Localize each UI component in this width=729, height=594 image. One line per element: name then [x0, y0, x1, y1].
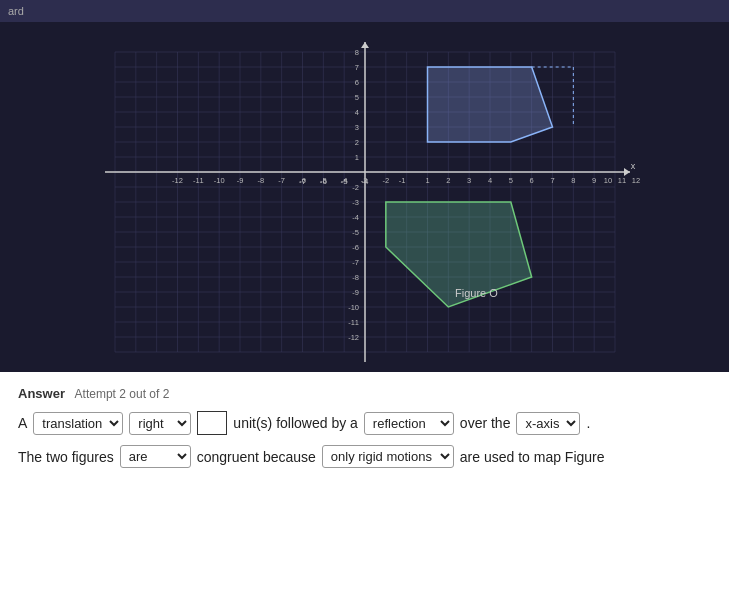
svg-text:8: 8	[571, 176, 575, 185]
top-bar-label: ard	[8, 5, 24, 17]
axis-select[interactable]: x-axis y-axis	[516, 412, 580, 435]
svg-text:4: 4	[354, 108, 358, 117]
svg-text:3: 3	[467, 176, 471, 185]
attempt-label: Attempt 2 out of 2	[75, 387, 170, 401]
main-container: ard	[0, 0, 729, 594]
svg-text:11: 11	[617, 176, 625, 185]
svg-text:-4: -4	[352, 213, 359, 222]
svg-text:-8: -8	[352, 273, 359, 282]
map-suffix-label: are used to map Figure	[460, 449, 605, 465]
svg-text:-8: -8	[257, 176, 264, 185]
svg-text:-5: -5	[352, 228, 359, 237]
svg-text:12: 12	[631, 176, 639, 185]
svg-text:-12: -12	[172, 176, 183, 185]
svg-text:-2: -2	[382, 176, 389, 185]
svg-text:-12: -12	[348, 333, 359, 342]
svg-text:7: 7	[354, 63, 358, 72]
congruence-select[interactable]: are are not	[120, 445, 191, 468]
second-line-prefix: The two figures	[18, 449, 114, 465]
answer-row-1: A translation rotation reflection dilati…	[18, 411, 711, 435]
transform2-select[interactable]: reflection translation rotation dilation	[364, 412, 454, 435]
period-label: .	[586, 415, 590, 431]
svg-text:-9: -9	[352, 288, 359, 297]
svg-text:-3: -3	[360, 176, 367, 185]
svg-text:-11: -11	[348, 318, 359, 327]
svg-text:-4: -4	[340, 176, 347, 185]
graph-area: -7 -6 -5 -4 -12 -11 -10 -9 -8 -7 -6	[0, 22, 729, 372]
coordinate-graph: -7 -6 -5 -4 -12 -11 -10 -9 -8 -7 -6	[75, 32, 655, 372]
prefix-a: A	[18, 415, 27, 431]
svg-text:8: 8	[354, 48, 358, 57]
svg-text:5: 5	[508, 176, 512, 185]
svg-text:-6: -6	[299, 176, 306, 185]
followed-by-label: unit(s) followed by a	[233, 415, 358, 431]
figure-o-label: Figure O	[455, 287, 498, 299]
motion-select[interactable]: only rigid motions non-rigid motions dil…	[322, 445, 454, 468]
svg-text:9: 9	[592, 176, 596, 185]
svg-text:-3: -3	[352, 198, 359, 207]
answer-section: Answer Attempt 2 out of 2 A translation …	[0, 372, 729, 594]
svg-text:3: 3	[354, 123, 358, 132]
svg-text:5: 5	[354, 93, 358, 102]
svg-text:10: 10	[603, 176, 611, 185]
transform1-select[interactable]: translation rotation reflection dilation	[33, 412, 123, 435]
svg-text:-2: -2	[352, 183, 359, 192]
graph-container: -7 -6 -5 -4 -12 -11 -10 -9 -8 -7 -6	[75, 32, 655, 372]
svg-text:-7: -7	[278, 176, 285, 185]
congruent-because-label: congruent because	[197, 449, 316, 465]
svg-text:-7: -7	[352, 258, 359, 267]
svg-text:-1: -1	[398, 176, 405, 185]
top-bar: ard	[0, 0, 729, 22]
svg-text:2: 2	[446, 176, 450, 185]
svg-text:x: x	[630, 161, 635, 171]
answer-row-2: The two figures are are not congruent be…	[18, 445, 711, 468]
over-the-label: over the	[460, 415, 511, 431]
svg-text:-11: -11	[192, 176, 203, 185]
answer-title: Answer	[18, 386, 65, 401]
svg-text:4: 4	[487, 176, 491, 185]
answer-label-row: Answer Attempt 2 out of 2	[18, 386, 711, 401]
svg-text:-6: -6	[352, 243, 359, 252]
svg-text:-5: -5	[319, 176, 326, 185]
upper-figure-polygon	[427, 67, 552, 142]
svg-text:6: 6	[354, 78, 358, 87]
svg-text:-10: -10	[348, 303, 359, 312]
direction-select[interactable]: right left up down	[129, 412, 191, 435]
unit-input-box[interactable]	[197, 411, 227, 435]
svg-text:7: 7	[550, 176, 554, 185]
svg-text:6: 6	[529, 176, 533, 185]
svg-text:-9: -9	[236, 176, 243, 185]
svg-text:1: 1	[425, 176, 429, 185]
svg-text:1: 1	[354, 153, 358, 162]
svg-text:2: 2	[354, 138, 358, 147]
svg-text:-10: -10	[213, 176, 224, 185]
